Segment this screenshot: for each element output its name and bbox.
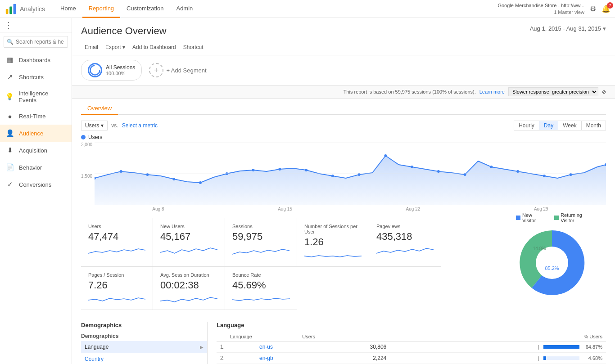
metric-card-pages-session: Pages / Session 7.26 [81, 267, 153, 310]
filter-icon[interactable]: ⊘ [602, 89, 606, 95]
demographics-panel: Demographics Demographics Language ▶ Cou… [81, 322, 207, 364]
search-icon: 🔍 [7, 39, 14, 45]
sparkline-pageviews [376, 245, 434, 256]
top-nav: Analytics Home Reporting Customization A… [0, 0, 615, 18]
svg-rect-1 [9, 6, 12, 14]
pie-chart-svg: 85.2% 14.8% [516, 227, 588, 299]
email-button[interactable]: Email [81, 42, 102, 52]
shortcut-button[interactable]: Shortcut [180, 42, 207, 52]
chart-controls: Users ▾ vs. Select a metric Hourly Day W… [81, 121, 606, 130]
sidebar-item-behavior[interactable]: 📄 Behavior [0, 159, 72, 176]
notifications-icon[interactable]: 🔔 7 [601, 4, 610, 13]
nav-admin[interactable]: Admin [170, 0, 199, 18]
bottom-section: Demographics Demographics Language ▶ Cou… [72, 322, 615, 364]
language-table-section: Language Language Users % Users 1. en-us… [207, 322, 606, 364]
language-link-0[interactable]: en-us [256, 342, 319, 353]
segment-info: All Sessions 100.00% [106, 64, 135, 76]
sparkline-pages-session [88, 294, 145, 305]
metric-dropdown-chevron: ▾ [101, 122, 104, 129]
sparkline-avg-session [160, 294, 217, 305]
y-label-top: 3,000 [81, 142, 92, 147]
language-table: Language Users % Users 1. en-us 30,806 |… [217, 332, 606, 364]
metrics-row: Users 47,474 New Users 45,167 [81, 213, 606, 315]
metric-card-pageviews: Pageviews 435,318 [369, 218, 441, 267]
date-range-chevron: ▾ [603, 25, 606, 32]
nav-customization[interactable]: Customization [120, 0, 170, 18]
svg-point-16 [411, 166, 413, 168]
nav-home[interactable]: Home [54, 0, 82, 18]
week-btn[interactable]: Week [558, 121, 581, 130]
svg-point-13 [331, 175, 334, 177]
segment-circle [88, 63, 102, 77]
add-segment-icon: + [149, 63, 163, 77]
svg-point-7 [172, 178, 175, 180]
sidebar-item-audience[interactable]: 👤 Audience [0, 125, 72, 142]
sidebar-item-conversions[interactable]: ✓ Conversions [0, 176, 72, 193]
metrics-grid: Users 47,474 New Users 45,167 [81, 218, 507, 310]
sidebar-item-dashboards[interactable]: ▦ Dashboards [0, 51, 72, 68]
sparkline-new-users [160, 245, 217, 256]
content-header: Audience Overview Aug 1, 2015 - Aug 31, … [72, 18, 615, 40]
export-button[interactable]: Export ▾ [102, 42, 129, 52]
language-table-row: 1. en-us 30,806 | 64.87% [217, 342, 606, 353]
sparkline-users [88, 245, 145, 256]
language-table-row: 2. en-gb 2,224 | 4.68% [217, 353, 606, 364]
learn-more-link[interactable]: Learn more [479, 89, 505, 94]
settings-icon[interactable]: ⚙ [590, 4, 596, 13]
page-title: Audience Overview [81, 25, 167, 37]
returning-pct-label: 14.8% [533, 246, 546, 251]
demo-item-country[interactable]: Country [81, 353, 207, 364]
search-box: 🔍 [4, 36, 68, 48]
language-table-body: 1. en-us 30,806 | 64.87% 2. en-gb 2,224 … [217, 342, 606, 364]
svg-point-8 [199, 181, 202, 184]
svg-point-12 [305, 169, 308, 171]
month-btn[interactable]: Month [582, 121, 606, 130]
demo-item-language[interactable]: Language ▶ [81, 341, 207, 353]
sparkline-bounce-rate [232, 294, 290, 305]
add-segment-button[interactable]: + + Add Segment [149, 63, 206, 77]
language-arrow: ▶ [200, 345, 203, 350]
all-sessions-segment[interactable]: All Sessions 100.00% [81, 60, 142, 81]
bar-bg [543, 345, 579, 349]
add-dashboard-button[interactable]: Add to Dashboard [129, 42, 180, 52]
svg-point-17 [437, 170, 440, 173]
metric-dropdown[interactable]: Users ▾ [81, 121, 108, 130]
pie-legend-returning: Returning Visitor [554, 212, 597, 223]
sidebar-item-acquisition[interactable]: ⬇ Acquisition [0, 142, 72, 159]
metric-card-sessions-per-user: Number of Sessions per User 1.26 [297, 218, 369, 267]
logo: Analytics [5, 3, 45, 15]
metric-card-bounce-rate: Bounce Rate 45.69% [225, 267, 297, 310]
precision-select[interactable]: Slower response, greater precision [508, 87, 598, 96]
metric-selector: Users ▾ vs. Select a metric [81, 121, 158, 130]
hourly-btn[interactable]: Hourly [514, 121, 539, 130]
acquisition-icon: ⬇ [5, 146, 14, 154]
line-chart-svg [95, 142, 606, 205]
language-table-title: Language [217, 322, 606, 328]
metric-card-sessions: Sessions 59,975 [225, 218, 297, 267]
tab-bar: Overview [81, 102, 606, 115]
pie-chart-section: New Visitor Returning Visitor [507, 209, 606, 315]
logo-text: Analytics [20, 5, 45, 13]
svg-rect-0 [6, 9, 9, 14]
select-metric-link[interactable]: Select a metric [122, 122, 158, 129]
tab-overview[interactable]: Overview [81, 102, 118, 115]
nav-right: Google Merchandise Store - http://ww... … [497, 2, 610, 15]
date-range-picker[interactable]: Aug 1, 2015 - Aug 31, 2015 ▾ [530, 25, 606, 32]
day-btn[interactable]: Day [539, 121, 558, 130]
svg-point-5 [120, 170, 122, 173]
nav-store-info: Google Merchandise Store - http://ww... … [497, 2, 584, 15]
sidebar-toggle[interactable]: ⋮ [0, 18, 72, 32]
svg-point-10 [252, 169, 255, 171]
new-visitor-dot [516, 216, 520, 220]
nav-reporting[interactable]: Reporting [82, 0, 120, 18]
sparkline-sessions-per-user [304, 251, 362, 261]
sidebar-item-shortcuts[interactable]: ↗ Shortcuts [0, 68, 72, 85]
language-link-1[interactable]: en-gb [256, 353, 319, 364]
notification-badge: 7 [607, 2, 613, 9]
sidebar-item-realtime[interactable]: ● Real-Time [0, 108, 72, 125]
google-analytics-logo [5, 3, 17, 15]
sidebar: ⋮ 🔍 ▦ Dashboards ↗ Shortcuts 💡 Intellige… [0, 18, 72, 364]
audience-icon: 👤 [5, 129, 14, 137]
sidebar-item-intelligence[interactable]: 💡 Intelligence Events [0, 85, 72, 108]
sparkline-sessions [232, 245, 289, 256]
